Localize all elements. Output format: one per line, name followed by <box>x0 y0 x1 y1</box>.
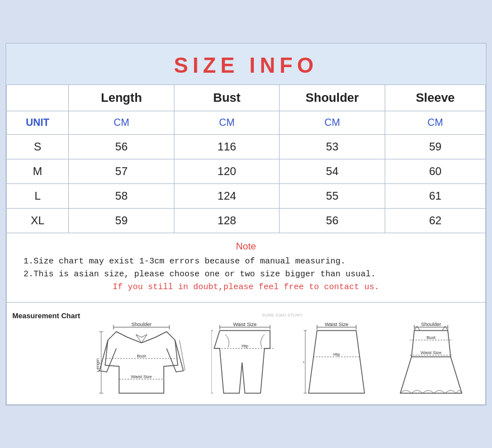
sleeve-m: 60 <box>385 159 486 183</box>
shoulder-l: 55 <box>280 183 385 208</box>
size-m: M <box>7 159 69 183</box>
sleeve-l: 61 <box>385 183 486 208</box>
table-row: L 58 124 55 61 <box>7 183 486 208</box>
table-row: M 57 120 54 60 <box>7 159 486 183</box>
svg-text:Shoulder: Shoulder <box>131 322 152 327</box>
unit-shoulder: CM <box>280 111 385 134</box>
svg-text:Length: Length <box>97 358 100 371</box>
brand-label: SURE XIAO STORY <box>262 313 302 318</box>
measurement-section: Measurement Chart SURE XIAO STORY Should… <box>6 303 486 405</box>
bust-l: 124 <box>174 183 280 208</box>
shoulder-xl: 56 <box>280 208 385 233</box>
svg-text:Hip: Hip <box>242 343 249 348</box>
col-header-shoulder: Shoulder <box>280 84 385 111</box>
col-header-length: Length <box>69 84 174 111</box>
title-section: SIZE INFO <box>6 44 486 84</box>
jacket-illustration: Shoulder Bust Waist <box>97 320 186 399</box>
length-m: 57 <box>69 159 174 183</box>
table-row: XL 59 128 56 62 <box>7 208 486 233</box>
bust-m: 120 <box>174 159 280 183</box>
svg-text:Waist Size: Waist Size <box>131 374 153 379</box>
svg-text:Length: Length <box>303 357 304 370</box>
col-header-bust: Bust <box>174 84 280 111</box>
svg-text:Waist Size: Waist Size <box>233 322 257 327</box>
pants-illustration: Waist Size Hip Length <box>211 320 278 399</box>
svg-text:Hip: Hip <box>333 352 340 357</box>
size-s: S <box>7 134 69 159</box>
table-header-row: Length Bust Shoulder Sleeve <box>7 84 486 111</box>
dress-illustration: Shoulder Bust <box>395 320 467 399</box>
svg-text:Shoulder: Shoulder <box>421 322 441 327</box>
measurement-label: Measurement Chart <box>12 309 80 320</box>
svg-text:Waist Size: Waist Size <box>325 322 348 327</box>
note-section: Note 1.Size chart may exist 1-3cm errors… <box>6 233 486 303</box>
sleeve-s: 59 <box>385 134 486 159</box>
note-title: Note <box>23 241 469 252</box>
unit-bust: CM <box>174 111 280 134</box>
length-xl: 59 <box>69 208 174 233</box>
skirt-illustration: Waist Size Hip Length <box>303 320 370 399</box>
unit-sleeve: CM <box>385 111 486 134</box>
note-line-2: 2.This is asian size, please choose one … <box>23 270 469 279</box>
unit-row: UNIT CM CM CM CM <box>7 111 486 134</box>
unit-length: CM <box>69 111 174 134</box>
length-l: 58 <box>69 183 174 208</box>
page-title: SIZE INFO <box>174 54 318 77</box>
sleeve-xl: 62 <box>385 208 486 233</box>
size-table: Length Bust Shoulder Sleeve UNIT CM CM C… <box>6 84 486 233</box>
size-xl: XL <box>7 208 69 233</box>
svg-text:Bust: Bust <box>427 335 436 340</box>
shoulder-m: 54 <box>280 159 385 183</box>
note-line-1: 1.Size chart may exist 1-3cm errors beca… <box>23 257 469 266</box>
table-row: S 56 116 53 59 <box>7 134 486 159</box>
unit-label: UNIT <box>7 111 69 134</box>
col-header-sleeve: Sleeve <box>385 84 486 111</box>
size-l: L <box>7 183 69 208</box>
svg-text:Waist Size: Waist Size <box>420 350 442 355</box>
length-s: 56 <box>69 134 174 159</box>
col-header-size <box>7 84 69 111</box>
note-line-3: If you still in doubt,please feel free t… <box>23 282 469 292</box>
bust-s: 116 <box>174 134 280 159</box>
shoulder-s: 53 <box>280 134 385 159</box>
bust-xl: 128 <box>174 208 280 233</box>
svg-text:Bust: Bust <box>137 353 146 359</box>
